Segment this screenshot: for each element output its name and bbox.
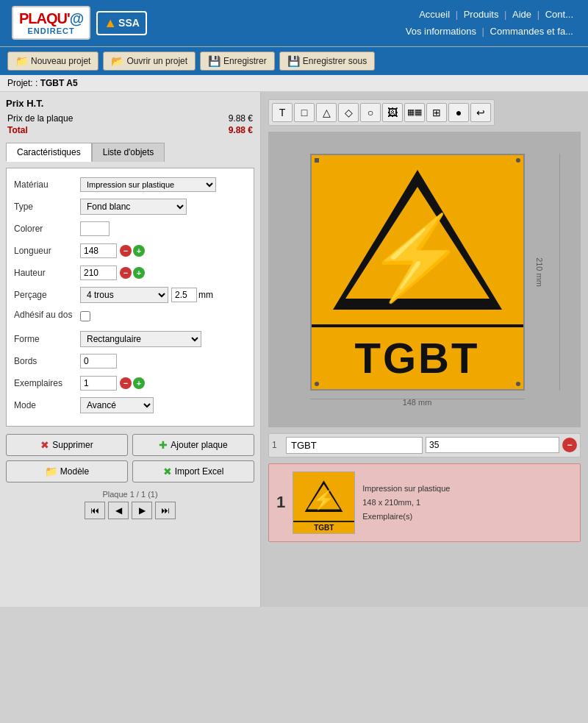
type-row: Type Fond blanc	[14, 198, 246, 216]
image-tool-button[interactable]: 🖼	[382, 103, 403, 122]
longueur-input[interactable]	[80, 243, 117, 258]
materiau-label: Matériau	[14, 179, 80, 190]
adhesif-checkbox[interactable]	[80, 311, 90, 321]
corner-br	[516, 382, 520, 386]
project-bar: Projet: : TGBT A5	[0, 75, 588, 92]
nouveau-projet-button[interactable]: 📁 Nouveau projet	[7, 51, 98, 71]
mode-select[interactable]: Avancé	[80, 397, 154, 413]
bords-row: Bords	[14, 352, 246, 370]
preview-info-line3: Exemplaire(s)	[362, 510, 450, 524]
tab-caracteristiques[interactable]: Caractéristiques	[6, 143, 92, 162]
forme-select[interactable]: Rectangulaire	[80, 331, 201, 347]
modele-button[interactable]: 📁 Modèle	[6, 460, 128, 482]
hauteur-plus-button[interactable]: +	[133, 267, 145, 279]
type-select[interactable]: Fond blanc	[80, 199, 187, 215]
warning-triangle-svg: ⚡	[329, 166, 506, 313]
import-excel-button[interactable]: ✖ Import Excel	[132, 460, 254, 482]
price-title: Prix H.T.	[6, 98, 254, 109]
save-as-icon: 💾	[287, 55, 300, 67]
delete-text-row-button[interactable]: −	[562, 438, 577, 452]
preview-info-line1: Impression sur plastique	[362, 482, 450, 496]
preview-info: Impression sur plastique 148 x 210mm, 1 …	[362, 482, 450, 523]
text-input-area: 1 −	[268, 433, 581, 457]
rect-tool-button[interactable]: □	[294, 103, 315, 122]
tab-content: Matériau Impression sur plastique Type F…	[6, 168, 254, 427]
text-tool-button[interactable]: T	[272, 103, 293, 122]
diamond-tool-button[interactable]: ◇	[338, 103, 359, 122]
corner-tl	[315, 158, 319, 163]
folder-open-icon: 📂	[111, 55, 123, 67]
nav-contact[interactable]: Cont...	[545, 9, 573, 20]
left-panel: Prix H.T. Prix de la plaque 9.88 € Total…	[0, 92, 261, 607]
longueur-minus-button[interactable]: −	[120, 245, 132, 257]
nav-vos-informations[interactable]: Vos informations	[406, 26, 476, 37]
supprimer-button[interactable]: ✖ Supprimer	[6, 434, 128, 456]
preview-thumbnail[interactable]: ⚡ TGBT	[293, 471, 355, 534]
nav-produits[interactable]: Produits	[464, 9, 499, 20]
fill-tool-button[interactable]: ●	[448, 103, 469, 122]
undo-button[interactable]: ↩	[470, 103, 491, 122]
nav-commandes[interactable]: Commandes et fa...	[490, 26, 573, 37]
forme-label: Forme	[14, 334, 80, 344]
enregistrer-button[interactable]: 💾 Enregistrer	[200, 51, 275, 71]
ouvrir-projet-button[interactable]: 📂 Ouvrir un projet	[103, 51, 196, 71]
total-row: Total 9.88 €	[7, 125, 253, 135]
tab-liste-objets[interactable]: Liste d'objets	[92, 143, 165, 162]
percage-mm-input[interactable]	[171, 288, 197, 302]
dim-line-right	[559, 154, 560, 391]
triangle-tool-button[interactable]: △	[316, 103, 337, 122]
hauteur-minus-button[interactable]: −	[120, 267, 132, 279]
prev-page-button[interactable]: ◀	[108, 502, 129, 519]
page-label: Plaque 1 / 1 (1)	[6, 490, 254, 499]
percage-select[interactable]: 4 trous	[80, 287, 168, 303]
grid-tool-button[interactable]: ⊞	[426, 103, 447, 122]
pagination: Plaque 1 / 1 (1) ⏮ ◀ ▶ ⏭	[6, 490, 254, 519]
text-input[interactable]	[286, 437, 423, 454]
font-size-input[interactable]	[426, 437, 559, 453]
hauteur-input[interactable]	[80, 266, 117, 280]
nav-aide[interactable]: Aide	[512, 9, 531, 20]
barcode-tool-button[interactable]: ▦▦	[404, 103, 425, 122]
sign-text: TGBT	[355, 333, 480, 382]
colorer-row: Colorer	[14, 220, 246, 238]
bottom-row-2: 📁 Modèle ✖ Import Excel	[6, 460, 254, 482]
mode-label: Mode	[14, 400, 80, 410]
logo-ssa: ▲ SSA	[96, 11, 147, 35]
save-icon: 💾	[208, 55, 220, 67]
folder-new-icon: 📁	[15, 55, 28, 67]
thumb-text-area: TGBT	[293, 521, 354, 533]
longueur-label: Longueur	[14, 246, 80, 256]
longueur-plus-button[interactable]: +	[133, 245, 145, 257]
header: PLAQU'@ ENDIRECT ▲ SSA Accueil | Produit…	[0, 0, 588, 46]
ajouter-plaque-button[interactable]: ✚ Ajouter plaque	[132, 434, 254, 456]
total-value: 9.88 €	[187, 125, 253, 135]
bords-label: Bords	[14, 356, 80, 366]
exemplaires-input[interactable]	[80, 376, 117, 391]
last-page-button[interactable]: ⏭	[155, 502, 176, 519]
enregistrer-sous-button[interactable]: 💾 Enregistrer sous	[279, 51, 375, 71]
price-section: Prix H.T. Prix de la plaque 9.88 € Total…	[6, 98, 254, 137]
materiau-select[interactable]: Impression sur plastique	[80, 177, 216, 192]
thumb-tgbt-text: TGBT	[314, 524, 334, 532]
exemplaires-minus-button[interactable]: −	[120, 377, 132, 389]
materiau-input: Impression sur plastique	[80, 177, 246, 192]
color-swatch[interactable]	[80, 221, 110, 236]
percage-unit: mm	[198, 290, 213, 300]
prix-plaque-label: Prix de la plaque	[7, 113, 185, 124]
sign-preview[interactable]: ⚡ TGBT	[310, 154, 525, 391]
bords-input[interactable]	[80, 354, 117, 368]
exemplaires-plus-button[interactable]: +	[133, 377, 145, 389]
nav-buttons: ⏮ ◀ ▶ ⏭	[6, 502, 254, 519]
first-page-button[interactable]: ⏮	[85, 502, 105, 519]
delete-icon: ✖	[40, 439, 49, 451]
dim-line-bottom	[310, 399, 525, 399]
circle-tool-button[interactable]: ○	[360, 103, 381, 122]
materiau-row: Matériau Impression sur plastique	[14, 176, 246, 193]
dimension-height-label: 210 mm	[535, 257, 544, 287]
nav-accueil[interactable]: Accueil	[419, 9, 450, 20]
exemplaires-row: Exemplaires − +	[14, 374, 246, 392]
preview-section: 1 ⚡ TGBT Impression sur plastique 1	[268, 463, 581, 542]
corner-bl	[315, 382, 319, 386]
next-page-button[interactable]: ▶	[132, 502, 152, 519]
thumb-warning-area: ⚡	[293, 472, 354, 521]
